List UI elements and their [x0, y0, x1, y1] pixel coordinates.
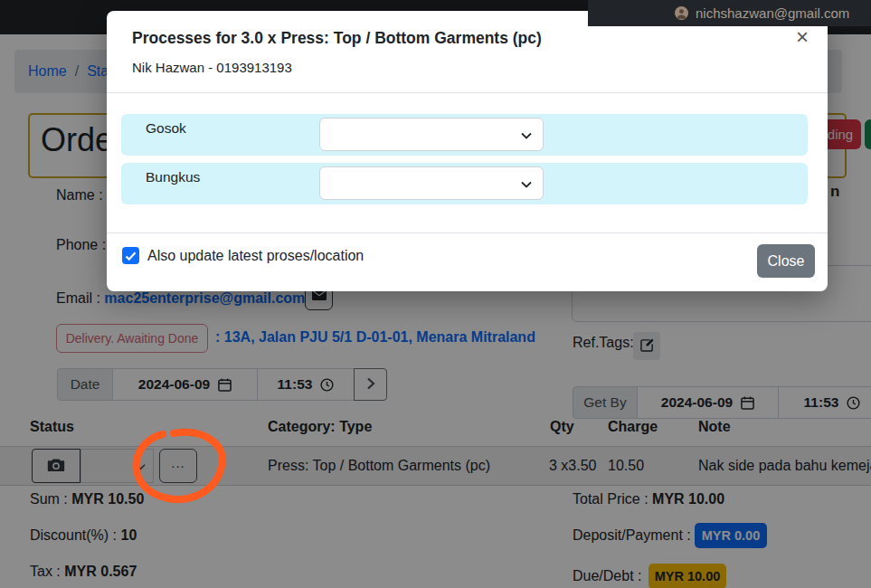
- modal-close-footer-button[interactable]: Close: [757, 244, 815, 278]
- chevron-down-icon: [521, 175, 532, 192]
- process-row-gosok: Gosok: [121, 114, 808, 156]
- gosok-select[interactable]: [319, 118, 544, 151]
- bungkus-select[interactable]: [319, 166, 544, 200]
- chevron-down-icon: [521, 127, 532, 143]
- user-email: nichshazwan@gmail.com: [696, 5, 849, 21]
- modal-footer-divider: [107, 232, 828, 233]
- modal-title: Processes for 3.0 x Press: Top / Bottom …: [132, 29, 542, 48]
- screen: Home / Sta Orde ding Name : Phone : Emai…: [0, 0, 871, 588]
- modal-close-button[interactable]: ×: [787, 22, 818, 52]
- annotation-circle: [122, 421, 240, 516]
- person-icon: [675, 6, 688, 20]
- x-icon: ×: [796, 24, 809, 50]
- modal-subtitle: Nik Hazwan - 0193913193: [132, 60, 292, 75]
- update-latest-checkbox-label: Also update latest proses/location: [147, 247, 364, 264]
- process-label: Gosok: [146, 120, 186, 137]
- process-row-bungkus: Bungkus: [121, 163, 808, 204]
- checkmark-icon: [125, 248, 137, 264]
- process-label: Bungkus: [146, 169, 200, 185]
- processes-modal: Processes for 3.0 x Press: Top / Bottom …: [107, 11, 828, 291]
- modal-header-divider: [107, 92, 828, 93]
- user-menu[interactable]: nichshazwan@gmail.com: [588, 0, 871, 26]
- update-latest-checkbox[interactable]: [122, 247, 139, 264]
